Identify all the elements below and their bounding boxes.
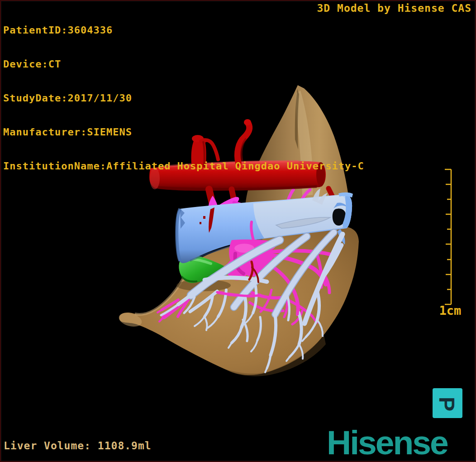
model-viewport[interactable]: PatientID:3604336 Device:CT StudyDate:20…	[0, 0, 476, 462]
scale-ruler-label: 1cm	[434, 303, 466, 318]
scale-ruler	[436, 166, 456, 309]
hisense-logo-mark-icon: P	[433, 388, 462, 418]
liver-volume-readout: Liver Volume: 1108.9ml	[4, 440, 152, 452]
institution-line: InstitutionName:Affiliated Hospital Qing…	[3, 160, 364, 172]
device-line: Device:CT	[3, 58, 364, 70]
hisense-wordmark: Hisense	[327, 423, 447, 462]
patient-id-line: PatientID:3604336	[3, 24, 364, 36]
watermark-title: 3D Model by Hisense CAS	[317, 2, 472, 14]
manufacturer-line: Manufacturer:SIEMENS	[3, 126, 364, 138]
logo-mark-letter: P	[436, 397, 457, 411]
study-date-line: StudyDate:2017/11/30	[3, 92, 364, 104]
patient-info-block: PatientID:3604336 Device:CT StudyDate:20…	[3, 2, 364, 194]
